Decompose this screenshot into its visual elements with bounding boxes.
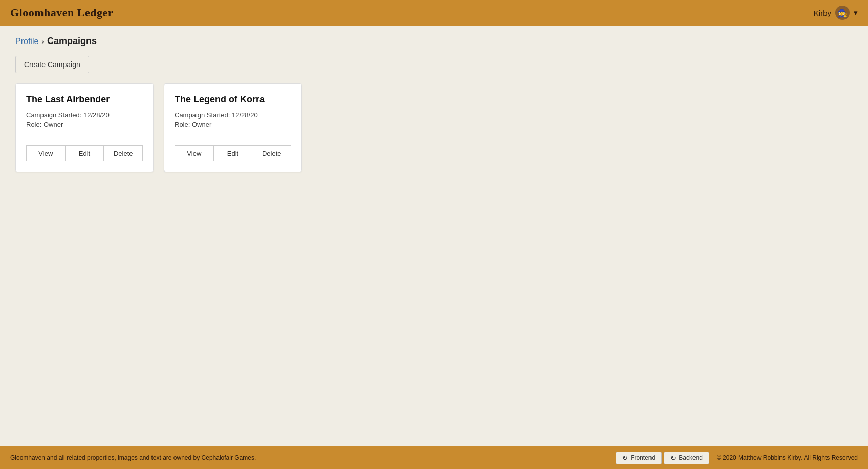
footer-right: ↻ Frontend ↻ Backend © 2020 Matthew Robb… <box>616 452 858 464</box>
campaign-title: The Legend of Korra <box>175 94 291 105</box>
avatar: 🧙 <box>835 6 850 20</box>
footer-copyright-text: Gloomhaven and all related properties, i… <box>10 454 256 461</box>
campaign-started: Campaign Started: 12/28/20 <box>175 111 291 119</box>
delete-button[interactable]: Delete <box>252 145 291 161</box>
breadcrumb: Profile › Campaigns <box>15 36 853 47</box>
chevron-down-icon: ▾ <box>854 8 858 17</box>
refresh-icon: ↻ <box>622 454 628 462</box>
app-footer: Gloomhaven and all related properties, i… <box>0 446 868 469</box>
create-campaign-button[interactable]: Create Campaign <box>15 56 89 73</box>
campaign-title: The Last Airbender <box>26 94 143 105</box>
campaign-role: Role: Owner <box>26 121 143 129</box>
edit-button[interactable]: Edit <box>213 145 252 161</box>
campaign-role: Role: Owner <box>175 121 291 129</box>
campaign-card: The Legend of Korra Campaign Started: 12… <box>164 83 302 172</box>
footer-rights: © 2020 Matthew Robbins Kirby. All Rights… <box>717 454 858 461</box>
campaign-card: The Last Airbender Campaign Started: 12/… <box>15 83 154 172</box>
breadcrumb-separator: › <box>41 37 44 46</box>
backend-label: Backend <box>679 454 703 461</box>
frontend-button[interactable]: ↻ Frontend <box>616 452 662 464</box>
user-menu[interactable]: Kirby 🧙 ▾ <box>814 6 858 20</box>
main-content: Profile › Campaigns Create Campaign The … <box>0 26 868 446</box>
app-header: Gloomhaven Ledger Kirby 🧙 ▾ <box>0 0 868 26</box>
view-button[interactable]: View <box>26 145 65 161</box>
refresh-icon: ↻ <box>670 454 676 462</box>
campaigns-grid: The Last Airbender Campaign Started: 12/… <box>15 83 853 172</box>
campaign-started: Campaign Started: 12/28/20 <box>26 111 143 119</box>
username-label: Kirby <box>814 9 831 17</box>
backend-button[interactable]: ↻ Backend <box>664 452 709 464</box>
breadcrumb-profile-link[interactable]: Profile <box>15 37 38 46</box>
edit-button[interactable]: Edit <box>65 145 104 161</box>
breadcrumb-current: Campaigns <box>47 36 97 47</box>
view-button[interactable]: View <box>175 145 213 161</box>
delete-button[interactable]: Delete <box>103 145 143 161</box>
campaign-actions: View Edit Delete <box>175 139 291 161</box>
app-title: Gloomhaven Ledger <box>10 6 113 19</box>
frontend-label: Frontend <box>631 454 655 461</box>
campaign-actions: View Edit Delete <box>26 139 143 161</box>
